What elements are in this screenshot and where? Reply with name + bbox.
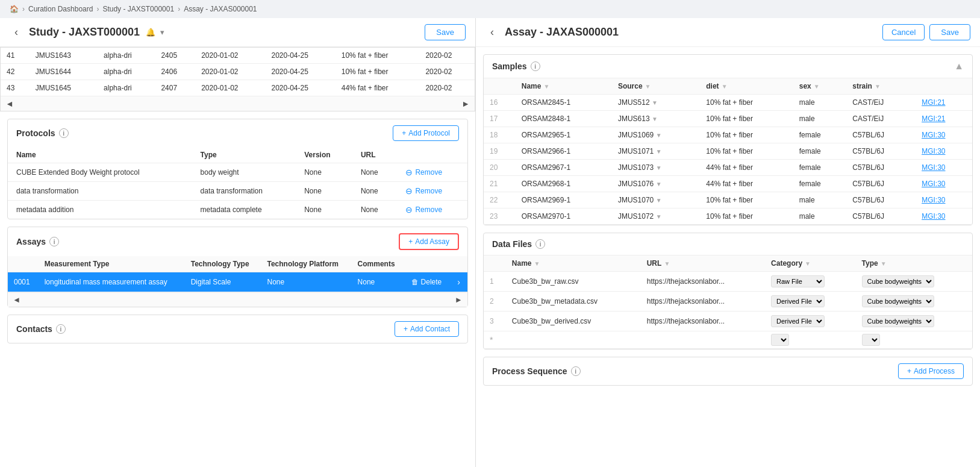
- plus-icon: +: [907, 367, 911, 375]
- type-select-1[interactable]: Cube bodyweights (R...: [862, 275, 934, 287]
- contacts-header: Contacts i + Add Contact: [8, 315, 467, 343]
- assays-section: Assays i + Add Assay Measurement Type: [7, 227, 468, 307]
- sample-row: 23 ORSAM2970-1 JMUS1072 ▼ 10% fat + fibe…: [484, 208, 972, 225]
- samples-header: Samples i ▲: [484, 55, 972, 78]
- name-filter-button[interactable]: ▼: [542, 83, 551, 90]
- samples-title: Samples i: [492, 61, 540, 71]
- data-files-title: Data Files i: [492, 239, 545, 249]
- strain-link-19[interactable]: MGI:30: [922, 147, 945, 155]
- assay-scroll-right-button[interactable]: ►: [455, 295, 463, 304]
- strain-link-23[interactable]: MGI:30: [922, 212, 945, 221]
- strain-link-16[interactable]: MGI:21: [922, 98, 945, 107]
- animals-table-nav: ◄ ►: [1, 96, 475, 111]
- protocols-table: Name Type Version URL CUBE Extended Body…: [8, 147, 467, 219]
- left-back-button[interactable]: ‹: [10, 26, 23, 39]
- plus-icon: +: [404, 325, 408, 333]
- process-sequence-section: Process Sequence i + Add Process: [483, 357, 973, 386]
- source-filter-button[interactable]: ▼: [644, 83, 652, 90]
- right-back-button[interactable]: ‹: [485, 26, 499, 39]
- add-assay-button[interactable]: + Add Assay: [399, 233, 459, 250]
- add-protocol-button[interactable]: + Add Protocol: [393, 125, 459, 141]
- scroll-right-button[interactable]: ►: [461, 99, 470, 108]
- table-row: 42 JMUS1644 alpha-dri 2406 2020-01-02 20…: [1, 64, 475, 80]
- df-url-filter[interactable]: ▼: [663, 260, 671, 267]
- diet-filter-button[interactable]: ▼: [720, 83, 729, 90]
- assays-title: Assays i: [16, 237, 59, 246]
- strain-link-18[interactable]: MGI:30: [922, 131, 945, 139]
- remove-protocol-3-button[interactable]: ⊖ Remove: [405, 205, 459, 215]
- df-cat-filter[interactable]: ▼: [804, 260, 812, 267]
- strain-link-17[interactable]: MGI:21: [922, 114, 945, 123]
- assays-scroll[interactable]: Measurement Type Technology Type Technol…: [8, 256, 467, 292]
- assay-row[interactable]: 0001 longitudinal mass measurement assay…: [8, 272, 467, 292]
- category-select-2[interactable]: Derived FileRaw File: [771, 295, 825, 307]
- sample-row: 16 ORSAM2845-1 JMUS512 ▼ 10% fat + fiber…: [484, 95, 972, 111]
- data-file-row: 1 Cube3b_bw_raw.csv https://thejacksonla…: [484, 272, 972, 292]
- table-row: 43 JMUS1645 alpha-dri 2407 2020-01-02 20…: [1, 80, 475, 96]
- protocols-title: Protocols i: [16, 128, 69, 138]
- protocol-row: data transformation data transformation …: [8, 182, 467, 201]
- breadcrumb-assay[interactable]: Assay - JAXAS000001: [184, 5, 257, 13]
- bell-icon[interactable]: 🔔: [146, 28, 155, 37]
- assay-scroll-nav: ◄ ►: [8, 292, 467, 307]
- samples-scroll[interactable]: Name▼ Source▼ diet▼ sex▼ strain▼ 16: [484, 78, 972, 225]
- animals-table-section: 41 JMUS1643 alpha-dri 2405 2020-01-02 20…: [0, 47, 475, 111]
- breadcrumb-study[interactable]: Study - JAXST000001: [102, 5, 174, 13]
- sample-row: 22 ORSAM2969-1 JMUS1070 ▼ 10% fat + fibe…: [484, 192, 972, 208]
- assay-chevron-right-icon[interactable]: ›: [457, 277, 460, 287]
- df-type-filter[interactable]: ▼: [879, 260, 888, 267]
- right-save-button[interactable]: Save: [929, 24, 970, 40]
- remove-protocol-2-button[interactable]: ⊖ Remove: [405, 186, 459, 196]
- plus-icon: +: [408, 237, 413, 246]
- assays-table: Measurement Type Technology Type Technol…: [8, 256, 467, 292]
- breadcrumb-curation[interactable]: Curation Dashboard: [28, 5, 93, 13]
- sex-filter-button[interactable]: ▼: [813, 83, 821, 90]
- left-save-button[interactable]: Save: [425, 24, 466, 40]
- delete-assay-button[interactable]: 🗑 Delete: [411, 278, 446, 286]
- assay-scroll-left-button[interactable]: ◄: [13, 295, 20, 304]
- remove-protocol-1-button[interactable]: ⊖ Remove: [405, 168, 459, 177]
- contacts-section: Contacts i + Add Contact: [7, 315, 468, 343]
- add-process-button[interactable]: + Add Process: [898, 363, 964, 379]
- type-select-2[interactable]: Cube bodyweights (...: [862, 295, 934, 307]
- left-panel-header: ‹ Study - JAXST000001 🔔 ▾ Save: [0, 18, 475, 47]
- sample-row: 19 ORSAM2966-1 JMUS1071 ▼ 10% fat + fibe…: [484, 143, 972, 160]
- table-row: 41 JMUS1643 alpha-dri 2405 2020-01-02 20…: [1, 48, 475, 64]
- add-contact-button[interactable]: + Add Contact: [395, 321, 459, 337]
- plus-icon: +: [402, 129, 406, 137]
- samples-table: Name▼ Source▼ diet▼ sex▼ strain▼ 16: [484, 78, 972, 225]
- process-sequence-info-icon: i: [571, 366, 581, 376]
- process-sequence-header: Process Sequence i + Add Process: [484, 357, 972, 385]
- data-file-row: 3 Cube3b_bw_derived.csv https://thejacks…: [484, 312, 972, 331]
- sample-row: 21 ORSAM2968-1 JMUS1076 ▼ 44% fat + fibe…: [484, 176, 972, 192]
- strain-link-20[interactable]: MGI:30: [922, 163, 945, 172]
- dropdown-icon[interactable]: ▾: [160, 28, 164, 37]
- cancel-button[interactable]: Cancel: [882, 24, 925, 40]
- strain-link-22[interactable]: MGI:30: [922, 196, 945, 204]
- right-scroll-area: Samples i ▲ Name▼ Source▼ diet▼: [476, 47, 980, 467]
- category-select-1[interactable]: Raw FileDerived File: [771, 275, 825, 287]
- sample-row: 17 ORSAM2848-1 JMUS613 ▼ 10% fat + fiber…: [484, 111, 972, 127]
- data-file-row: 2 Cube3b_bw_metadata.csv https://thejack…: [484, 292, 972, 312]
- breadcrumb: 🏠 › Curation Dashboard › Study - JAXST00…: [0, 0, 980, 18]
- type-select-new[interactable]: [862, 334, 880, 346]
- left-panel: ‹ Study - JAXST000001 🔔 ▾ Save 41: [0, 18, 476, 467]
- strain-link-21[interactable]: MGI:30: [922, 180, 945, 188]
- scroll-left-button[interactable]: ◄: [5, 99, 14, 108]
- animals-scroll[interactable]: 41 JMUS1643 alpha-dri 2405 2020-01-02 20…: [1, 48, 475, 96]
- category-select-3[interactable]: Derived FileRaw File: [771, 315, 825, 327]
- category-select-new[interactable]: [771, 334, 789, 346]
- contacts-title: Contacts i: [16, 324, 66, 334]
- samples-scroll-up[interactable]: ▲: [954, 61, 964, 72]
- contacts-info-icon: i: [56, 324, 66, 334]
- process-sequence-title: Process Sequence i: [492, 366, 581, 376]
- samples-info-icon: i: [531, 61, 540, 71]
- df-name-filter[interactable]: ▼: [533, 260, 541, 267]
- home-icon[interactable]: 🏠: [10, 5, 19, 13]
- right-panel-title: Assay - JAXAS000001: [505, 26, 619, 39]
- protocol-row: CUBE Extended Body Weight protocol body …: [8, 163, 467, 182]
- left-scroll-area: 41 JMUS1643 alpha-dri 2405 2020-01-02 20…: [0, 47, 475, 467]
- animals-table: 41 JMUS1643 alpha-dri 2405 2020-01-02 20…: [1, 48, 475, 96]
- type-select-3[interactable]: Cube bodyweights (...: [862, 315, 934, 327]
- strain-filter-button[interactable]: ▼: [873, 83, 882, 90]
